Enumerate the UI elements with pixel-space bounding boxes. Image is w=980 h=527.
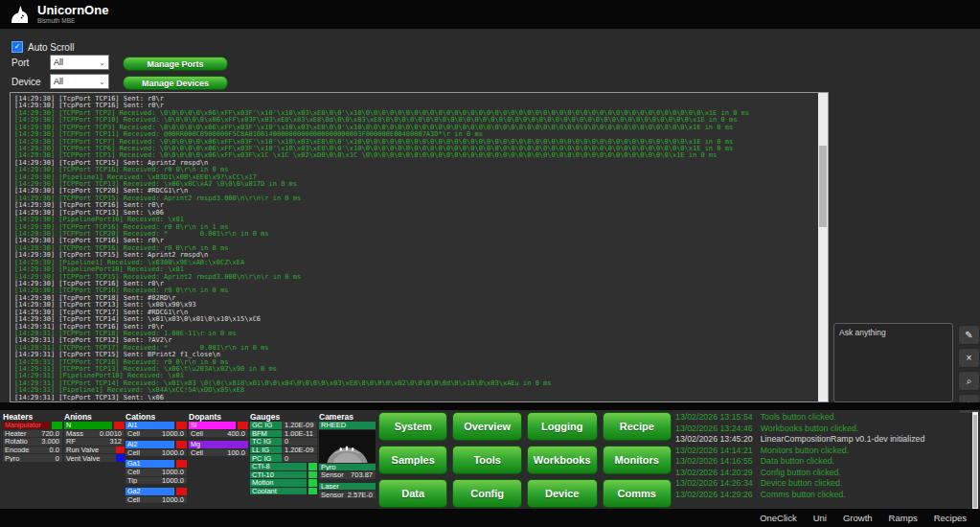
row-value: 0.0 [50, 447, 62, 454]
event-time: 13/02/2026 14:26:34 [675, 478, 753, 488]
status-indicator [308, 463, 317, 470]
separator [0, 402, 980, 410]
samples-button[interactable]: Samples [378, 446, 447, 474]
console-scrollbar-thumb[interactable] [819, 146, 827, 227]
event-log-line: 13/02/2026 14:29:26Comms button clicked. [675, 490, 970, 501]
config-button[interactable]: Config [452, 479, 521, 508]
pencil-button[interactable]: ✎ [958, 325, 980, 345]
row-label: Mass [64, 430, 100, 438]
panel-row: TC IG0 [250, 438, 317, 446]
chevron-down-icon: ⌄ [99, 78, 105, 86]
workbooks-button[interactable]: Workbooks [527, 446, 598, 474]
panel-row: PC IG0 [250, 454, 317, 462]
panel-row: Heater720.0 [3, 430, 62, 438]
source-label: Ga1 [125, 460, 141, 468]
row-label: Cell [189, 430, 227, 438]
gauge-value: 1.00E-11 [282, 430, 317, 438]
app-title: UnicornOne [37, 4, 108, 16]
row-value: 720.0 [41, 430, 62, 438]
row-label: Cell [125, 469, 162, 476]
comms-log-console[interactable]: [14:29:30] [TcpPort TCP16] Sent: r0\r[14… [10, 92, 829, 402]
gauge-value: 0 [282, 454, 317, 462]
auto-scroll-checkbox[interactable]: ✓ Auto Scroll [11, 41, 74, 53]
panel-row: GC IG1.20E-09 [250, 422, 317, 429]
recipe-button[interactable]: Recipe [603, 412, 672, 441]
system-button[interactable]: System [378, 412, 447, 441]
device-button[interactable]: Device [527, 479, 598, 508]
event-time: 13/02/2026 13:45:20 [675, 434, 753, 444]
panel-row: Ga1 [125, 460, 187, 468]
source-label: Ga2 [125, 488, 141, 495]
panel-heaters: HeatersManipulatorHeater720.0Rotatio3.00… [3, 410, 62, 509]
tools-button[interactable]: Tools [452, 446, 521, 474]
panel-row: CTI-8 [250, 463, 317, 470]
port-select-value: All [54, 57, 63, 67]
event-time: 13/02/2026 14:14:21 [675, 446, 753, 455]
row-value: 400.0 [227, 430, 248, 438]
event-log-line: 13/02/2026 13:15:54Tools button clicked. [675, 412, 970, 424]
footer-link-growth[interactable]: Growth [843, 513, 873, 523]
camera-label: Pyro [321, 464, 335, 471]
row-label: Cell [125, 496, 162, 504]
device-select[interactable]: All ⌄ [50, 74, 109, 89]
panel-row: Cell1000.0 [125, 469, 187, 476]
panel-row: Al1 [125, 422, 187, 429]
gauge-label: GC IG [250, 422, 282, 429]
panel-row: Laser [319, 483, 376, 491]
close-button[interactable]: × [958, 348, 980, 368]
row-value: 0.0010 [100, 430, 125, 438]
row-label: Tip [125, 477, 162, 485]
monitors-button[interactable]: Monitors [603, 446, 672, 474]
status-indicator [116, 447, 125, 454]
manage-ports-button[interactable]: Manage Ports [123, 57, 228, 71]
event-log-scrollbar[interactable] [972, 412, 978, 512]
row-value: 1000.0 [162, 430, 187, 438]
row-value: 1000.0 [162, 477, 187, 485]
footer-link-recipes[interactable]: Recipes [934, 513, 967, 523]
panel-title-dopants: Dopants [189, 410, 248, 422]
event-log-line: 13/02/2026 14:26:34Device button clicked… [675, 478, 970, 490]
gauge-label: CTI-8 [250, 463, 307, 470]
comms-button[interactable]: Comms [603, 479, 672, 508]
event-text: Device button clicked. [761, 478, 843, 488]
panel-row: BFM1.00E-11 [250, 430, 317, 438]
panel-dopants: DopantsSiCell400.0MgCell100.0 [189, 410, 248, 509]
event-time: 13/02/2026 14:20:29 [675, 468, 753, 477]
panel-row: Tip1000.0 [125, 477, 187, 485]
status-indicator [308, 488, 317, 495]
event-log-scrollbar-thumb[interactable] [973, 415, 977, 508]
nav-button-grid: SystemOverviewLoggingRecipeSamplesToolsW… [378, 412, 672, 508]
gauge-label: Motion [250, 479, 307, 487]
logging-button[interactable]: Logging [527, 412, 598, 441]
data-button[interactable]: Data [378, 479, 447, 508]
ask-anything-input[interactable] [833, 323, 953, 402]
status-indicator [114, 422, 125, 429]
source-name-bar: Ga1 [125, 460, 174, 468]
event-log-line: 13/02/2026 14:16:55Data button clicked. [675, 456, 970, 468]
event-time: 13/02/2026 13:15:54 [675, 412, 753, 422]
search-button[interactable]: ⌕ [958, 371, 980, 391]
camera-label: RHEED [321, 422, 346, 429]
status-indicator [308, 471, 317, 479]
panel-row: Cell400.0 [189, 430, 248, 438]
source-name-bar: Manipulator [3, 422, 50, 429]
overview-button[interactable]: Overview [452, 412, 521, 441]
footer-link-oneclick[interactable]: OneClick [760, 513, 797, 523]
panel-anions: AnionsNMass0.0010RF312Run ValveVent Valv… [64, 410, 125, 509]
row-value: 1000.0 [162, 469, 187, 476]
footer-link-ramps[interactable]: Ramps [889, 513, 918, 523]
console-scrollbar[interactable] [818, 93, 828, 401]
manage-devices-button[interactable]: Manage Devices [123, 76, 228, 90]
gauge-label: Coolant [250, 488, 307, 495]
panel-row: Pyro [319, 464, 376, 471]
footer-link-uni[interactable]: Uni [813, 513, 827, 523]
port-select[interactable]: All ⌄ [50, 55, 109, 70]
log-lines-area[interactable]: [14:29:30] [TcpPort TCP16] Sent: r0\r[14… [11, 94, 817, 401]
status-indicator [176, 441, 187, 448]
row-value: 3.000 [41, 438, 62, 446]
event-log[interactable]: 13/02/2026 13:15:54Tools button clicked.… [675, 412, 970, 512]
status-indicator [176, 422, 187, 429]
port-label: Port [11, 57, 29, 68]
event-log-line: 13/02/2026 14:14:21Monitors button click… [675, 446, 970, 457]
checkbox-check-icon[interactable]: ✓ [11, 41, 23, 53]
